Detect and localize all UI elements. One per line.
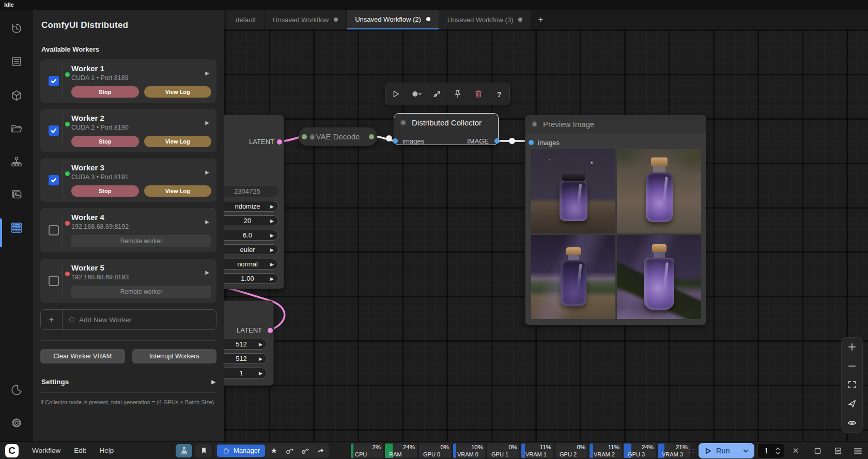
- flask-icon[interactable]: [176, 444, 192, 457]
- view-log-button[interactable]: View Log: [144, 136, 212, 147]
- comfy-logo[interactable]: C: [5, 444, 19, 457]
- eye-icon[interactable]: [846, 417, 858, 429]
- node-map-icon[interactable]: [9, 154, 24, 169]
- worker-1-checkbox[interactable]: [49, 76, 59, 86]
- star-icon[interactable]: ★: [267, 445, 281, 457]
- menu-workflow[interactable]: Workflow: [32, 447, 60, 454]
- widget-arrow-icon[interactable]: ▶: [270, 262, 274, 267]
- pin-icon[interactable]: [451, 87, 464, 101]
- widget-arrow-icon[interactable]: ▶: [270, 233, 274, 238]
- trash-icon[interactable]: [472, 87, 485, 101]
- collapse-dot-icon[interactable]: [309, 134, 315, 140]
- expand-arrow-icon[interactable]: ▶: [205, 169, 209, 175]
- new-tab-button[interactable]: +: [531, 10, 550, 29]
- worker-2-checkbox[interactable]: [49, 125, 59, 136]
- ksampler-cfg-widget[interactable]: 6.0▶: [216, 230, 278, 241]
- collector-image-output-port[interactable]: [494, 138, 500, 144]
- spinner-up-icon[interactable]: [775, 447, 781, 451]
- view-log-button[interactable]: View Log: [144, 185, 212, 197]
- collapse-circle-icon[interactable]: [410, 87, 423, 101]
- view-log-button[interactable]: View Log: [144, 86, 212, 98]
- queue-panel-icon[interactable]: [833, 446, 843, 455]
- zoom-out-icon[interactable]: [846, 360, 858, 372]
- manager-button[interactable]: Manager: [217, 445, 265, 457]
- widget-arrow-icon[interactable]: ▶: [270, 247, 274, 252]
- ksampler-denoise-widget[interactable]: 1.00▶: [216, 273, 278, 284]
- widget-arrow-icon[interactable]: ▶: [259, 371, 262, 376]
- stop-button[interactable]: Stop: [71, 86, 139, 98]
- preview-image-4[interactable]: [617, 235, 701, 319]
- add-worker-button[interactable]: +: [41, 310, 63, 329]
- tab-default[interactable]: default: [227, 10, 265, 29]
- tab-unsaved-workflow-3[interactable]: Unsaved Workflow (3): [439, 10, 532, 29]
- run-button[interactable]: Run: [699, 443, 754, 458]
- node-vae-decode[interactable]: VAE Decode: [299, 127, 377, 146]
- stop-button[interactable]: Stop: [71, 136, 139, 147]
- widget-arrow-icon[interactable]: ▶: [259, 356, 262, 361]
- share-icon[interactable]: [314, 445, 327, 457]
- node-preview-image[interactable]: Preview Image images: [525, 115, 706, 325]
- navigate-icon[interactable]: [846, 398, 858, 410]
- latent-output-port[interactable]: [268, 328, 273, 333]
- expand-arrow-icon[interactable]: ▶: [205, 120, 209, 125]
- ksampler-control-widget[interactable]: ndomize▶: [216, 201, 278, 212]
- vae-input-port[interactable]: [302, 134, 307, 139]
- distributed-queue-icon[interactable]: [9, 220, 24, 235]
- history-icon[interactable]: [9, 21, 24, 36]
- widget-arrow-icon[interactable]: ▶: [270, 276, 274, 281]
- ksampler-sampler-widget[interactable]: euler▶: [216, 244, 278, 255]
- workflows-folder-icon[interactable]: [9, 121, 24, 136]
- cancel-icon[interactable]: ✕: [791, 446, 801, 455]
- vae-output-port[interactable]: [369, 134, 374, 139]
- menu-help[interactable]: Help: [100, 447, 114, 454]
- ksampler-seed-widget[interactable]: 2304725: [221, 186, 278, 197]
- tab-unsaved-workflow[interactable]: Unsaved Workflow: [265, 10, 347, 29]
- hamburger-icon[interactable]: [853, 446, 863, 455]
- moon-icon[interactable]: [9, 383, 24, 397]
- widget-arrow-icon[interactable]: ▶: [259, 342, 262, 347]
- collapse-dot-icon[interactable]: [532, 121, 537, 127]
- logs-icon[interactable]: [9, 54, 24, 69]
- gallery-icon[interactable]: [9, 187, 24, 202]
- menu-edit[interactable]: Edit: [74, 447, 86, 454]
- stop-square-icon[interactable]: [812, 446, 823, 455]
- ksampler-steps-widget[interactable]: 20▶: [216, 215, 278, 226]
- preview-image-2[interactable]: [617, 149, 701, 233]
- fit-view-icon[interactable]: [846, 378, 858, 391]
- widget-arrow-icon[interactable]: ▶: [270, 204, 274, 209]
- spinner-down-icon[interactable]: [775, 451, 781, 455]
- cleaner-icon-b[interactable]: [298, 445, 312, 457]
- expand-arrow-icon[interactable]: ▶: [205, 270, 209, 275]
- expand-arrow-icon[interactable]: ▶: [205, 219, 209, 225]
- zoom-in-icon[interactable]: [846, 341, 858, 353]
- add-worker-input[interactable]: Add New Worker: [63, 310, 216, 329]
- ksampler-latent-output-port[interactable]: [277, 139, 282, 145]
- model-library-icon[interactable]: [9, 88, 24, 103]
- run-chevron-icon[interactable]: [742, 448, 749, 454]
- clear-worker-vram-button[interactable]: Clear Worker VRAM: [40, 349, 125, 363]
- collapse-dot-icon[interactable]: [400, 120, 406, 125]
- preview-image-1[interactable]: [531, 149, 615, 233]
- settings-toggle[interactable]: Settings ▶: [40, 371, 216, 393]
- interrupt-workers-button[interactable]: Interrupt Workers: [132, 349, 217, 363]
- batch-count-spinner[interactable]: 1: [757, 443, 784, 458]
- stop-button[interactable]: Stop: [71, 185, 139, 197]
- drag-handle[interactable]: ⸬: [689, 447, 694, 455]
- ksampler-scheduler-widget[interactable]: normal▶: [216, 259, 278, 270]
- widget-arrow-icon[interactable]: ▶: [270, 218, 274, 224]
- preview-images-input-port[interactable]: [529, 140, 534, 145]
- help-icon[interactable]: ?: [492, 87, 506, 101]
- gear-icon[interactable]: [9, 416, 24, 430]
- worker-3-checkbox[interactable]: [49, 175, 59, 185]
- bookmark-icon[interactable]: [195, 444, 212, 457]
- preview-image-3[interactable]: [531, 235, 615, 319]
- tab-unsaved-workflow-2[interactable]: Unsaved Workflow (2): [347, 10, 439, 29]
- play-icon[interactable]: [389, 87, 402, 101]
- worker-4-checkbox[interactable]: [49, 225, 59, 235]
- bypass-icon[interactable]: [430, 87, 444, 101]
- collector-images-input-port[interactable]: [393, 138, 398, 144]
- worker-5-checkbox[interactable]: [49, 276, 59, 286]
- expand-arrow-icon[interactable]: ▶: [205, 70, 209, 76]
- node-distributed-collector[interactable]: Distributed Collector images IMAGE: [394, 113, 499, 145]
- cleaner-icon-a[interactable]: [283, 445, 296, 457]
